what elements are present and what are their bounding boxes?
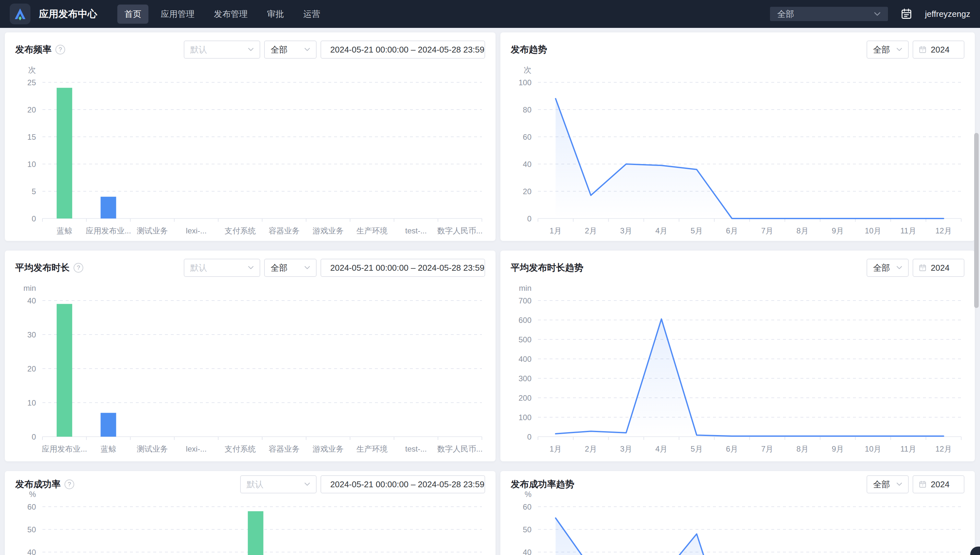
svg-text:8月: 8月	[797, 226, 809, 235]
svg-text:次: 次	[28, 66, 36, 74]
svg-text:300: 300	[519, 374, 532, 383]
main-nav: 首页 应用管理 发布管理 审批 运营	[117, 5, 327, 24]
year-picker[interactable]: 7 2024	[913, 40, 964, 59]
tab-release-management[interactable]: 发布管理	[207, 5, 255, 24]
svg-text:25: 25	[27, 78, 36, 87]
svg-text:次: 次	[524, 66, 532, 74]
svg-text:0: 0	[32, 433, 36, 441]
svg-text:min: min	[519, 284, 532, 292]
date-range-picker[interactable]: 7 2024-05-21 00:00:00 – 2024-05-28 23:59…	[320, 40, 485, 59]
svg-text:生产环境: 生产环境	[357, 444, 388, 453]
tab-operations[interactable]: 运营	[296, 5, 327, 24]
help-icon[interactable]: ?	[74, 263, 83, 273]
svg-text:1月: 1月	[549, 226, 562, 235]
username[interactable]: jeffreyzengz	[925, 9, 970, 19]
metric-select[interactable]: 默认	[184, 40, 260, 59]
logo-icon	[13, 7, 27, 21]
year-picker[interactable]: 7 2024	[913, 475, 964, 493]
svg-text:6月: 6月	[726, 444, 738, 453]
line-chart-avg-duration-trend: 0100200300400500600700min1月2月3月4月5月6月7月8…	[511, 282, 964, 459]
line-chart-release-trend: 020406080100次1月2月3月4月5月6月7月8月9月10月11月12月	[511, 64, 964, 241]
svg-text:100: 100	[519, 413, 532, 422]
svg-text:9月: 9月	[831, 444, 844, 453]
svg-text:700: 700	[519, 296, 532, 305]
date-range-picker[interactable]: 7 2024-05-21 00:00:00 – 2024-05-28 23:59…	[320, 259, 485, 277]
app-logo[interactable]	[10, 3, 30, 24]
chevron-down-icon	[304, 48, 310, 51]
chevron-down-icon	[304, 266, 310, 270]
global-scope-select[interactable]: 全部	[770, 7, 888, 21]
chevron-down-icon	[304, 482, 310, 486]
svg-text:7: 7	[922, 484, 924, 487]
svg-text:7月: 7月	[761, 444, 773, 453]
tab-app-management[interactable]: 应用管理	[154, 5, 202, 24]
svg-text:10: 10	[27, 398, 36, 407]
svg-text:0: 0	[527, 214, 532, 223]
svg-text:4月: 4月	[655, 226, 667, 235]
svg-text:60: 60	[523, 133, 532, 141]
svg-text:游戏业务: 游戏业务	[312, 444, 344, 453]
svg-text:测试业务: 测试业务	[137, 226, 168, 235]
svg-text:7月: 7月	[761, 226, 773, 235]
calendar-icon: 7	[918, 263, 927, 272]
svg-text:9月: 9月	[831, 226, 844, 235]
scope-select[interactable]: 全部	[264, 40, 317, 59]
date-range-picker[interactable]: 7 2024-05-21 00:00:00 – 2024-05-28 23:59…	[320, 475, 485, 493]
svg-text:游戏业务: 游戏业务	[312, 226, 344, 235]
page-scrollbar-thumb[interactable]	[974, 133, 979, 308]
svg-text:容器业务: 容器业务	[269, 444, 300, 453]
svg-text:生产环境: 生产环境	[357, 226, 388, 235]
svg-text:40: 40	[523, 548, 532, 555]
chevron-down-icon	[248, 266, 254, 270]
svg-text:15: 15	[27, 133, 36, 141]
line-chart-success-rate-trend: 0102030405060%	[511, 497, 964, 555]
chevron-down-icon	[897, 482, 902, 486]
svg-text:%: %	[29, 490, 36, 499]
svg-text:7: 7	[922, 267, 924, 270]
calendar-icon: 7	[918, 45, 927, 54]
card-title-avg-duration-trend: 平均发布时长趋势	[511, 261, 583, 274]
svg-text:40: 40	[523, 160, 532, 168]
svg-text:11月: 11月	[900, 444, 916, 453]
calendar-icon: 7	[918, 480, 927, 489]
tab-home[interactable]: 首页	[117, 5, 149, 24]
chevron-down-icon	[248, 48, 254, 51]
svg-text:5: 5	[32, 187, 36, 196]
svg-text:12月: 12月	[935, 226, 952, 235]
svg-text:50: 50	[523, 525, 532, 534]
svg-text:数字人民币...: 数字人民币...	[437, 444, 482, 453]
card-avg-duration-trend: 平均发布时长趋势 全部 7 2024 010020030040050060070…	[500, 250, 975, 461]
svg-text:11月: 11月	[900, 226, 916, 235]
tab-approval[interactable]: 审批	[260, 5, 291, 24]
svg-text:1月: 1月	[549, 444, 562, 453]
svg-text:支付系统: 支付系统	[224, 226, 256, 235]
svg-text:8月: 8月	[797, 444, 809, 453]
card-title-success-rate: 发布成功率	[15, 478, 61, 491]
scope-select[interactable]: 全部	[866, 259, 909, 277]
svg-text:测试业务: 测试业务	[137, 444, 168, 453]
year-picker[interactable]: 7 2024	[913, 259, 964, 277]
svg-text:lexi-...: lexi-...	[186, 226, 207, 235]
svg-text:支付系统: 支付系统	[224, 444, 256, 453]
dashboard-grid: 发布频率 ? 默认 全部 7 2024-05-21 00:00:00 – 202…	[0, 28, 980, 555]
global-scope-value: 全部	[777, 8, 794, 20]
svg-text:2月: 2月	[585, 444, 597, 453]
svg-text:5月: 5月	[690, 226, 703, 235]
svg-text:20: 20	[523, 187, 532, 196]
scope-select[interactable]: 全部	[866, 475, 909, 493]
app-title: 应用发布中心	[39, 8, 97, 21]
svg-text:%: %	[525, 490, 532, 499]
svg-text:3月: 3月	[620, 226, 632, 235]
svg-text:50: 50	[27, 525, 36, 534]
chevron-down-icon	[897, 48, 902, 51]
help-icon[interactable]: ?	[55, 45, 65, 55]
help-icon[interactable]: ?	[64, 480, 74, 489]
svg-text:test-...: test-...	[405, 444, 427, 453]
bar-chart-release-frequency: 0510152025次蓝鲸应用发布业...测试业务lexi-...支付系统容器业…	[15, 64, 485, 241]
scope-select[interactable]: 全部	[264, 259, 317, 277]
scope-select[interactable]: 全部	[866, 40, 909, 59]
metric-select[interactable]: 默认	[240, 475, 317, 493]
metric-select[interactable]: 默认	[184, 259, 260, 277]
schedule-calendar-icon[interactable]	[900, 8, 913, 20]
svg-text:应用发布业...: 应用发布业...	[42, 444, 87, 453]
